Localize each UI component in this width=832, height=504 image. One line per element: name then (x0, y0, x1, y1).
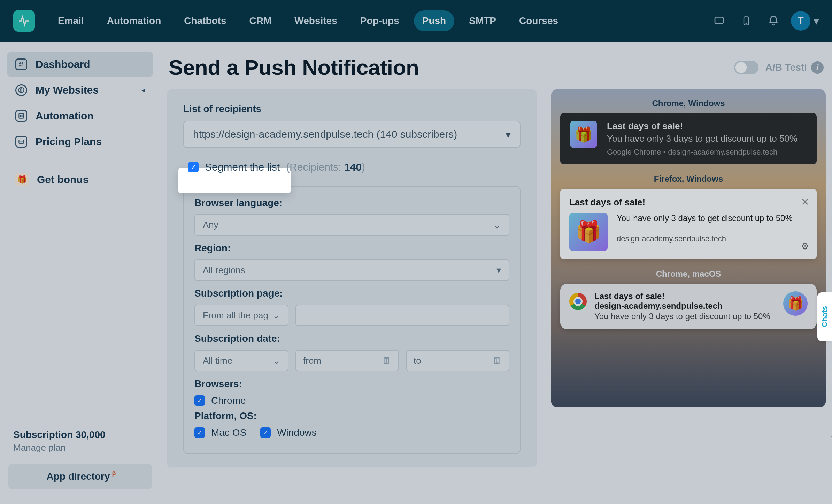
main: Send a Push Notification A/B Testi i Lis… (160, 42, 832, 504)
nav-popups[interactable]: Pop-ups (352, 10, 408, 31)
sidebar-item-automation[interactable]: Automation (7, 103, 153, 129)
ab-label: A/B Testi (765, 62, 807, 73)
close-icon[interactable]: ✕ (801, 196, 809, 208)
caret-left-icon: ◂ (142, 86, 145, 94)
info-icon[interactable]: i (811, 61, 824, 74)
nav-automation[interactable]: Automation (99, 10, 170, 31)
nav-chatbots[interactable]: Chatbots (176, 10, 234, 31)
sub-date-select[interactable]: All time ⌄ (194, 350, 288, 371)
chevron-down-icon: ⌄ (493, 220, 501, 230)
preview-chrome-macos: Last days of sale! design-academy.sendpu… (560, 284, 817, 329)
nav-links: Email Automation Chatbots CRM Websites P… (49, 10, 567, 31)
chats-tab[interactable]: Chats (817, 292, 832, 341)
windows-label: Windows (277, 427, 317, 438)
recipients-value: https://design-academy.sendpulse.tech (1… (193, 128, 457, 140)
svg-point-4 (22, 63, 23, 64)
ab-testing-control: A/B Testi i (734, 61, 824, 74)
app-directory-button[interactable]: App directory β (8, 464, 152, 489)
pulse-icon (18, 15, 30, 27)
date-to-input[interactable]: to 🗓 (406, 350, 509, 371)
svg-point-6 (22, 65, 23, 66)
avatar: T (791, 11, 810, 31)
gift-icon (783, 291, 808, 316)
browser-lang-select[interactable]: Any ⌄ (194, 214, 509, 236)
sidebar-item-bonus[interactable]: 🎁 Get bonus (7, 166, 153, 193)
notif-source: Google Chrome • design-academy.sendpulse… (607, 148, 798, 157)
sidebar-label-automation: Automation (36, 110, 94, 122)
chevron-down-icon: ▾ (814, 15, 819, 27)
sidebar-label-dashboard: Dashboard (36, 58, 90, 70)
ab-toggle[interactable] (734, 61, 758, 74)
preview-label-firefox-win: Firefox, Windows (560, 174, 817, 184)
segment-checkbox[interactable]: ✓ (188, 162, 199, 172)
sidebar-item-pricing[interactable]: Pricing Plans (7, 129, 153, 155)
manage-plan-link[interactable]: Manage plan (13, 442, 147, 453)
svg-point-2 (746, 23, 747, 24)
preview-chrome-windows: Last days of sale! You have only 3 days … (560, 113, 817, 164)
chat-icon[interactable] (713, 15, 725, 27)
chrome-checkbox[interactable]: ✓ (194, 395, 205, 406)
preview-firefox-windows: Last days of sale! ✕ You have only 3 day… (560, 189, 817, 259)
chevron-down-icon: ⌄ (272, 310, 280, 321)
page-title: Send a Push Notification (169, 55, 419, 80)
chevron-down-icon: ⌄ (272, 355, 280, 366)
dashboard-icon (15, 58, 27, 70)
svg-rect-9 (19, 140, 23, 143)
svg-point-3 (20, 63, 21, 64)
bell-icon[interactable] (767, 15, 780, 27)
svg-point-5 (20, 65, 21, 66)
sub-page-select[interactable]: From all the pag ⌄ (194, 305, 288, 326)
preview-label-chrome-mac: Chrome, macOS (560, 269, 817, 279)
nav-crm[interactable]: CRM (241, 10, 280, 31)
globe-icon (15, 84, 27, 96)
preview-label-chrome-win: Chrome, Windows (560, 99, 817, 108)
region-select[interactable]: All regions ▾ (194, 259, 509, 281)
pricing-icon (15, 136, 27, 148)
subscription-label: Subscription 30,000 (13, 429, 147, 440)
beta-badge: β (112, 470, 116, 477)
sub-date-label: Subscription date: (194, 333, 509, 344)
platform-label: Platform, OS: (194, 410, 509, 422)
notif-domain: design-academy.sendpulse.tech (594, 301, 776, 311)
logo[interactable] (13, 10, 35, 32)
nav-email[interactable]: Email (49, 10, 92, 31)
sidebar-label-pricing: Pricing Plans (36, 136, 102, 148)
mobile-icon[interactable] (740, 15, 753, 27)
sub-page-label: Subscription page: (194, 288, 509, 299)
gift-icon (569, 213, 608, 251)
recipients-select[interactable]: https://design-academy.sendpulse.tech (1… (183, 121, 521, 148)
preview-panel: Chrome, Windows Last days of sale! You h… (551, 89, 826, 407)
sidebar-item-websites[interactable]: My Websites ◂ (7, 77, 153, 103)
macos-label: Mac OS (211, 427, 246, 438)
sidebar-label-bonus: Get bonus (37, 174, 88, 186)
nav-smtp[interactable]: SMTP (461, 10, 504, 31)
recipients-count: (Recipients: 140) (286, 161, 365, 173)
svg-rect-8 (19, 113, 23, 118)
notif-title: Last days of sale! (594, 291, 776, 301)
notif-body: You have only 3 days to get discount up … (617, 213, 808, 224)
date-from-input[interactable]: from 🗓 (295, 350, 399, 371)
recipients-label: List of recipients (183, 103, 521, 115)
sidebar-item-dashboard[interactable]: Dashboard (7, 52, 153, 77)
calendar-icon: 🗓 (493, 355, 502, 366)
windows-checkbox[interactable]: ✓ (260, 427, 271, 438)
calendar-icon: 🗓 (382, 355, 391, 366)
gift-icon: 🎁 (15, 173, 29, 186)
sub-page-input[interactable] (295, 305, 509, 326)
region-label: Region: (194, 243, 509, 254)
nav-websites[interactable]: Websites (286, 10, 345, 31)
macos-checkbox[interactable]: ✓ (194, 427, 205, 438)
segment-panel: Browser language: Any ⌄ Region: All regi… (183, 186, 521, 454)
sidebar: Dashboard My Websites ◂ Automation Prici… (0, 42, 160, 504)
nav-courses[interactable]: Courses (511, 10, 567, 31)
form-card: List of recipients https://design-academ… (167, 89, 537, 467)
chevron-down-icon: ▾ (496, 265, 501, 276)
gear-icon[interactable]: ⚙ (801, 241, 809, 252)
browsers-label: Browsers: (194, 378, 509, 389)
chevron-down-icon: ▾ (506, 128, 511, 141)
nav-push[interactable]: Push (414, 10, 454, 31)
gift-icon (570, 121, 597, 148)
notif-title: Last days of sale! (607, 121, 798, 132)
sidebar-label-websites: My Websites (36, 84, 99, 96)
avatar-menu[interactable]: T ▾ (791, 11, 819, 31)
